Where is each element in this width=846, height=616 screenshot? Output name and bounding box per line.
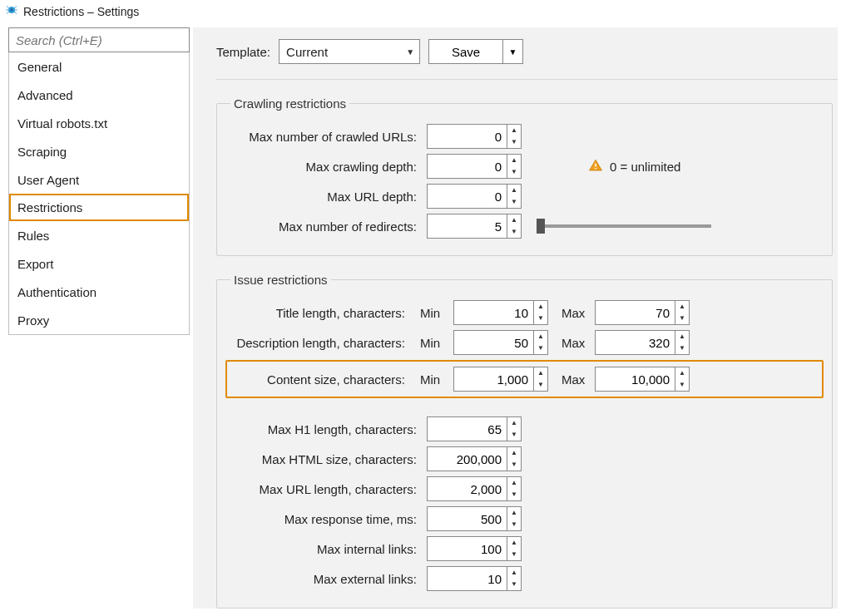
content-size-label: Content size, characters:	[230, 372, 415, 387]
save-button[interactable]: Save	[428, 39, 503, 64]
content-size-row-highlight: Content size, characters: Min ▲▼ Max ▲▼	[225, 360, 824, 398]
spin-up-icon[interactable]: ▲	[534, 331, 547, 342]
ext-links-input[interactable]	[427, 566, 507, 591]
resp-time-stepper[interactable]: ▲▼	[427, 506, 522, 531]
content-size-max-stepper[interactable]: ▲▼	[595, 367, 690, 392]
content-size-min-input[interactable]	[453, 367, 533, 392]
int-links-stepper[interactable]: ▲▼	[427, 536, 522, 561]
int-links-label: Max internal links:	[230, 542, 427, 556]
ext-links-stepper[interactable]: ▲▼	[427, 566, 522, 591]
redirects-slider[interactable]	[537, 224, 711, 228]
int-links-input[interactable]	[427, 536, 507, 561]
max-urls-input[interactable]	[427, 124, 507, 149]
h1-len-input[interactable]	[427, 416, 507, 441]
spin-up-icon[interactable]: ▲	[507, 447, 521, 459]
title-len-max-stepper[interactable]: ▲▼	[595, 300, 690, 325]
spin-up-icon[interactable]: ▲	[675, 367, 689, 379]
content-size-min-stepper[interactable]: ▲▼	[453, 367, 548, 392]
spin-down-icon[interactable]: ▼	[507, 166, 521, 178]
desc-len-min-input[interactable]	[453, 330, 533, 355]
max-redirects-stepper[interactable]: ▲▼	[427, 214, 522, 239]
template-label: Template:	[216, 45, 270, 59]
spin-up-icon[interactable]: ▲	[675, 301, 689, 313]
svg-line-3	[14, 6, 17, 8]
sidebar-item-proxy[interactable]: Proxy	[9, 306, 189, 334]
title-len-min-stepper[interactable]: ▲▼	[453, 300, 548, 325]
max-url-depth-label: Max URL depth:	[230, 190, 427, 204]
spin-up-icon[interactable]: ▲	[534, 367, 547, 379]
spin-up-icon[interactable]: ▲	[507, 507, 521, 519]
template-select[interactable]: Current ▼	[279, 39, 420, 64]
slider-thumb[interactable]	[537, 219, 545, 234]
title-len-max-input[interactable]	[595, 300, 675, 325]
spin-up-icon[interactable]: ▲	[507, 477, 521, 489]
desc-len-min-stepper[interactable]: ▲▼	[453, 330, 548, 355]
url-len-input[interactable]	[427, 476, 507, 501]
sidebar-item-user-agent[interactable]: User Agent	[9, 165, 189, 194]
max-label: Max	[562, 372, 595, 387]
desc-len-max-input[interactable]	[595, 330, 675, 355]
max-urls-stepper[interactable]: ▲▼	[427, 124, 522, 149]
spin-up-icon[interactable]: ▲	[675, 331, 689, 342]
spin-down-icon[interactable]: ▼	[675, 342, 689, 354]
sidebar-item-scraping[interactable]: Scraping	[9, 137, 189, 165]
spin-up-icon[interactable]: ▲	[507, 567, 521, 579]
crawling-restrictions-group: Crawling restrictions Max number of craw…	[216, 96, 833, 256]
url-len-stepper[interactable]: ▲▼	[427, 476, 522, 501]
h1-len-stepper[interactable]: ▲▼	[427, 416, 522, 441]
content-size-max-input[interactable]	[595, 367, 675, 392]
svg-line-4	[7, 11, 9, 13]
sidebar: General Advanced Virtual robots.txt Scra…	[8, 27, 190, 335]
sidebar-item-authentication[interactable]: Authentication	[9, 278, 189, 306]
html-size-input[interactable]	[427, 446, 507, 471]
sidebar-item-virtual-robots[interactable]: Virtual robots.txt	[9, 109, 189, 137]
spin-up-icon[interactable]: ▲	[507, 155, 521, 166]
h1-len-label: Max H1 length, characters:	[230, 422, 427, 436]
svg-line-2	[7, 6, 9, 8]
spin-up-icon[interactable]: ▲	[507, 125, 521, 136]
ext-links-label: Max external links:	[230, 572, 427, 586]
spin-down-icon[interactable]: ▼	[507, 549, 521, 560]
warning-icon	[588, 158, 603, 175]
sidebar-item-general[interactable]: General	[9, 52, 189, 81]
html-size-stepper[interactable]: ▲▼	[427, 446, 522, 471]
spin-down-icon[interactable]: ▼	[675, 379, 689, 391]
max-url-depth-stepper[interactable]: ▲▼	[427, 184, 522, 209]
max-depth-stepper[interactable]: ▲▼	[427, 154, 522, 179]
sidebar-item-restrictions[interactable]: Restrictions	[9, 194, 189, 221]
desc-len-max-stepper[interactable]: ▲▼	[595, 330, 690, 355]
min-label: Min	[420, 372, 453, 387]
sidebar-item-export[interactable]: Export	[9, 249, 189, 278]
window-title: Restrictions – Settings	[23, 5, 139, 18]
spin-down-icon[interactable]: ▼	[675, 313, 689, 324]
spin-up-icon[interactable]: ▲	[507, 185, 521, 196]
search-input[interactable]	[8, 27, 190, 52]
spin-down-icon[interactable]: ▼	[507, 579, 521, 590]
spin-down-icon[interactable]: ▼	[507, 226, 521, 238]
spin-up-icon[interactable]: ▲	[507, 214, 521, 226]
spin-down-icon[interactable]: ▼	[507, 136, 521, 148]
spin-down-icon[interactable]: ▼	[534, 313, 547, 324]
spin-down-icon[interactable]: ▼	[507, 459, 521, 471]
resp-time-input[interactable]	[427, 506, 507, 531]
max-url-depth-input[interactable]	[427, 184, 507, 209]
max-depth-input[interactable]	[427, 154, 507, 179]
spin-down-icon[interactable]: ▼	[534, 342, 547, 354]
spin-down-icon[interactable]: ▼	[507, 489, 521, 500]
sidebar-item-advanced[interactable]: Advanced	[9, 81, 189, 109]
spin-up-icon[interactable]: ▲	[507, 537, 521, 549]
save-dropdown-button[interactable]: ▼	[503, 39, 523, 64]
spin-down-icon[interactable]: ▼	[507, 196, 521, 208]
sidebar-item-rules[interactable]: Rules	[9, 221, 189, 249]
spin-up-icon[interactable]: ▲	[534, 301, 547, 313]
title-len-label: Title length, characters:	[230, 306, 415, 320]
max-redirects-label: Max number of redirects:	[230, 219, 427, 234]
title-len-min-input[interactable]	[453, 300, 533, 325]
max-redirects-input[interactable]	[427, 214, 507, 239]
spin-down-icon[interactable]: ▼	[507, 429, 521, 441]
spin-down-icon[interactable]: ▼	[534, 379, 547, 391]
svg-point-1	[10, 8, 13, 12]
spin-up-icon[interactable]: ▲	[507, 417, 521, 429]
url-len-label: Max URL length, characters:	[230, 482, 427, 496]
spin-down-icon[interactable]: ▼	[507, 519, 521, 530]
